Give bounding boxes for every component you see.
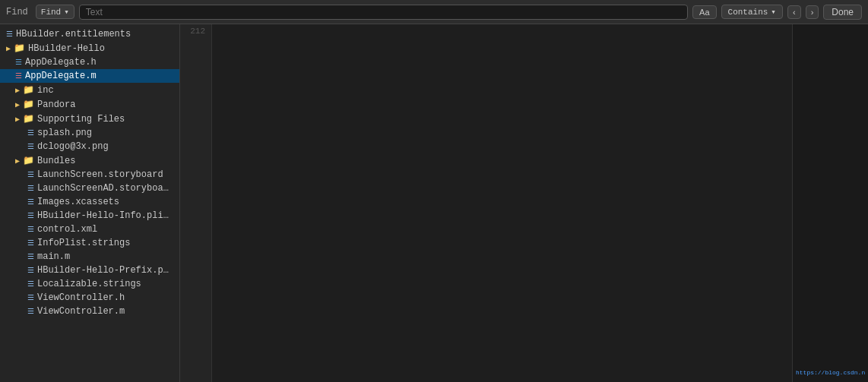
- main-area: ☰ HBuilder.entitlements▶ 📁 HBuilder-Hell…: [0, 24, 868, 382]
- sidebar-item-label: AppDelegate.m: [25, 71, 97, 81]
- file-icon: ▶: [15, 115, 20, 124]
- sidebar-item-label: InfoPlist.strings: [37, 238, 130, 248]
- file-icon: ☰: [15, 58, 22, 67]
- sidebar-item-infoplist-strings[interactable]: ☰ InfoPlist.strings: [0, 236, 179, 250]
- prev-button[interactable]: ‹: [787, 5, 801, 19]
- sidebar-item-appdelegate-h[interactable]: ☰ AppDelegate.h: [0, 55, 179, 69]
- sidebar-item-localizable-strings[interactable]: ☰ Localizable.strings: [0, 277, 179, 291]
- sidebar-item-viewcontroller-m[interactable]: ☰ ViewController.m: [0, 305, 179, 318]
- file-icon: ☰: [27, 307, 34, 316]
- minimap-content: [793, 24, 868, 382]
- file-icon: ☰: [6, 30, 13, 39]
- sidebar-item-hbuilder-hello-folder[interactable]: ▶ 📁 HBuilder-Hello: [0, 41, 179, 55]
- sidebar-item-label: main.m: [37, 251, 70, 262]
- file-icon: ☰: [27, 225, 34, 234]
- line-number: 212: [186, 24, 205, 38]
- file-icon: ▶: [6, 44, 11, 53]
- sidebar-item-splash-png[interactable]: ☰ splash.png: [0, 126, 179, 140]
- file-icon: ☰: [27, 184, 34, 193]
- sidebar-item-control-xml[interactable]: ☰ control.xml: [0, 223, 179, 236]
- sidebar-item-label: ViewController.h: [37, 292, 125, 303]
- sidebar-item-dclogo-png[interactable]: ☰ dclogo@3x.png: [0, 140, 179, 153]
- sidebar-item-label: dclogo@3x.png: [37, 141, 109, 152]
- file-icon: ☰: [27, 128, 34, 137]
- minimap-url: https://blog.csdn.net/will_csdn_go: [796, 369, 865, 376]
- sidebar-item-bundles-folder[interactable]: ▶ 📁 Bundles: [0, 153, 179, 168]
- sidebar-item-appdelegate-m[interactable]: ☰ AppDelegate.m: [0, 69, 179, 83]
- find-input[interactable]: [79, 5, 688, 20]
- toolbar: Find Find ▾ Aa Contains ▾ ‹ › Done: [0, 0, 868, 24]
- file-icon: ☰: [27, 142, 34, 151]
- code-container: 212: [180, 24, 792, 382]
- file-icon: ▶: [15, 86, 20, 95]
- sidebar-item-label: LaunchScreenAD.storyboard: [37, 183, 173, 194]
- next-button[interactable]: ›: [806, 5, 819, 19]
- sidebar-item-label: HBuilder-Hello: [28, 43, 105, 54]
- contains-chevron: ▾: [771, 7, 776, 17]
- sidebar-item-label: Supporting Files: [37, 114, 125, 125]
- file-icon: ▶: [15, 100, 20, 109]
- sidebar-item-info-plist[interactable]: ☰ HBuilder-Hello-Info.plist: [0, 209, 179, 223]
- sidebar-item-launchscreen-storyboard[interactable]: ☰ LaunchScreen.storyboard: [0, 168, 179, 182]
- sidebar-item-entitlements[interactable]: ☰ HBuilder.entitlements: [0, 27, 179, 41]
- sidebar-item-label: ViewController.m: [37, 306, 125, 317]
- sidebar-item-images-xcassets[interactable]: ☰ Images.xcassets: [0, 195, 179, 209]
- code-lines: [212, 24, 792, 382]
- done-button[interactable]: Done: [823, 5, 862, 20]
- sidebar-item-label: control.xml: [37, 224, 97, 235]
- contains-dropdown[interactable]: Contains ▾: [721, 5, 783, 19]
- find-label: Find: [6, 7, 28, 17]
- sidebar-item-label: Images.xcassets: [37, 197, 119, 207]
- sidebar-item-label: LaunchScreen.storyboard: [37, 169, 163, 180]
- contains-label: Contains: [728, 8, 768, 17]
- sidebar-item-label: HBuilder-Hello-Prefix.pch: [37, 265, 173, 276]
- sidebar-item-label: inc: [37, 85, 54, 96]
- sidebar-item-supporting-files-folder[interactable]: ▶ 📁 Supporting Files: [0, 112, 179, 126]
- aa-button[interactable]: Aa: [692, 5, 716, 19]
- file-icon: ☰: [15, 71, 22, 81]
- find-dropdown-label: Find: [41, 8, 61, 17]
- sidebar-item-label: Bundles: [37, 156, 75, 166]
- file-icon: ☰: [27, 293, 34, 302]
- minimap: https://blog.csdn.net/will_csdn_go: [792, 24, 868, 382]
- file-icon: ☰: [27, 170, 34, 179]
- find-dropdown-chevron: ▾: [64, 7, 69, 17]
- sidebar-item-label: splash.png: [37, 128, 92, 138]
- sidebar-item-label: AppDelegate.h: [25, 57, 97, 68]
- sidebar-item-label: Pandora: [37, 99, 75, 110]
- sidebar-item-label: Localizable.strings: [37, 279, 141, 289]
- file-icon: ☰: [27, 197, 34, 207]
- file-icon: ☰: [27, 238, 34, 248]
- sidebar: ☰ HBuilder.entitlements▶ 📁 HBuilder-Hell…: [0, 24, 180, 382]
- sidebar-item-launchscreenad-storyboard[interactable]: ☰ LaunchScreenAD.storyboard: [0, 182, 179, 195]
- sidebar-item-inc-folder[interactable]: ▶ 📁 inc: [0, 83, 179, 97]
- file-icon: ☰: [27, 211, 34, 220]
- sidebar-item-label: HBuilder-Hello-Info.plist: [37, 210, 173, 221]
- sidebar-item-pandora-folder[interactable]: ▶ 📁 Pandora: [0, 97, 179, 112]
- sidebar-item-label: HBuilder.entitlements: [16, 29, 131, 39]
- code-editor[interactable]: 212: [180, 24, 792, 382]
- file-icon: ☰: [27, 266, 34, 275]
- sidebar-item-prefix-pch[interactable]: ☰ HBuilder-Hello-Prefix.pch: [0, 264, 179, 277]
- find-dropdown[interactable]: Find ▾: [36, 5, 74, 19]
- file-icon: ▶: [15, 156, 20, 166]
- file-icon: ☰: [27, 279, 34, 289]
- file-icon: ☰: [27, 252, 34, 261]
- sidebar-item-viewcontroller-h[interactable]: ☰ ViewController.h: [0, 291, 179, 305]
- line-numbers: 212: [180, 24, 212, 382]
- sidebar-item-main-m[interactable]: ☰ main.m: [0, 250, 179, 264]
